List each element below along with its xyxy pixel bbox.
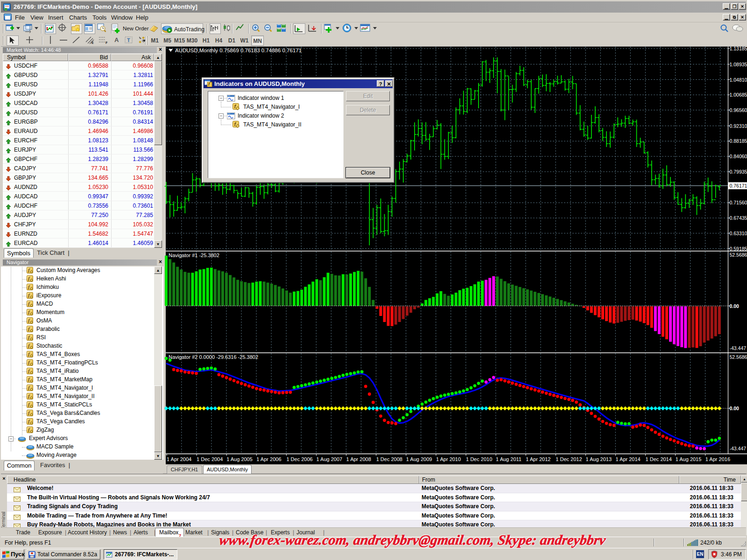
svg-text:1 Dec 2004: 1 Dec 2004	[197, 456, 223, 462]
svg-text:1 Aug 2009: 1 Aug 2009	[406, 456, 432, 462]
svg-text:1 Dec 2012: 1 Dec 2012	[556, 456, 582, 462]
svg-text:1 Aug 2007: 1 Aug 2007	[317, 456, 343, 462]
svg-text:52.5686: 52.5686	[730, 354, 747, 360]
svg-text:1 Apr 2010: 1 Apr 2010	[436, 456, 461, 462]
svg-text:0.71560: 0.71560	[730, 200, 747, 205]
svg-text:1 Apr 2014: 1 Apr 2014	[616, 456, 641, 462]
svg-text:Navigator #2 0.0000 -29.6316 -: Navigator #2 0.0000 -29.6316 -25.3802	[169, 354, 258, 360]
svg-text:0.79935: 0.79935	[730, 169, 747, 175]
svg-text:AUDUSD,Monthly 0.75869 0.7618: AUDUSD,Monthly 0.75869 0.76183 0.74886 0…	[175, 48, 302, 53]
svg-text:1 Aug 2013: 1 Aug 2013	[585, 456, 612, 462]
svg-text:-43.447: -43.447	[730, 345, 747, 351]
svg-text:1 Apr 2012: 1 Apr 2012	[526, 456, 550, 462]
svg-text:0.67435: 0.67435	[730, 215, 747, 221]
svg-text:0.63310: 0.63310	[730, 231, 747, 236]
svg-text:0.00: 0.00	[730, 303, 740, 309]
svg-text:0.88185: 0.88185	[730, 138, 747, 144]
svg-text:1 Dec 2014: 1 Dec 2014	[646, 456, 672, 462]
svg-text:-43.447: -43.447	[730, 446, 747, 451]
svg-text:1 Aug 2011: 1 Aug 2011	[496, 456, 521, 462]
svg-text:T: T	[127, 37, 130, 43]
svg-text:1.00685: 1.00685	[730, 92, 747, 98]
svg-text:1 Dec 2008: 1 Dec 2008	[376, 456, 402, 462]
svg-text:1 Aug 2015: 1 Aug 2015	[676, 456, 702, 462]
svg-text:1 Apr 2016: 1 Apr 2016	[705, 456, 730, 462]
svg-text:0.92310: 0.92310	[730, 123, 747, 129]
svg-text:1 Apr 2004: 1 Apr 2004	[167, 456, 191, 462]
svg-text:E: E	[92, 41, 94, 44]
svg-text:0.84060: 0.84060	[730, 154, 747, 159]
svg-text:1 Dec 2006: 1 Dec 2006	[286, 456, 312, 462]
svg-text:0.59185: 0.59185	[730, 246, 747, 252]
svg-text:0.00: 0.00	[730, 406, 740, 411]
svg-text:52.5686: 52.5686	[730, 252, 747, 258]
svg-text:F: F	[106, 41, 108, 44]
svg-text:1 Apr 2008: 1 Apr 2008	[346, 456, 371, 462]
svg-text:1.08935: 1.08935	[730, 62, 747, 67]
svg-text:1 Apr 2006: 1 Apr 2006	[256, 456, 281, 462]
svg-text:0.76171: 0.76171	[730, 183, 747, 189]
svg-text:Navigator #1 -25.3802: Navigator #1 -25.3802	[169, 252, 219, 258]
svg-text:1 Aug 2005: 1 Aug 2005	[226, 456, 253, 462]
svg-text:1 Dec 2010: 1 Dec 2010	[466, 456, 492, 462]
svg-text:1.04810: 1.04810	[730, 77, 747, 83]
svg-text:0.96560: 0.96560	[730, 107, 747, 113]
